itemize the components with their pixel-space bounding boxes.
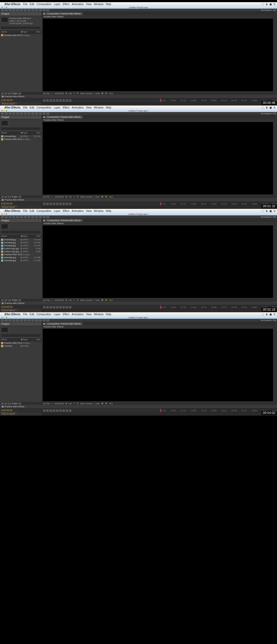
tl-graph-icon[interactable] — [66, 203, 68, 205]
menu-effect[interactable]: Effect — [62, 313, 69, 316]
right-dock-strip[interactable] — [274, 12, 277, 95]
timeline-track-area[interactable] — [42, 412, 277, 416]
shape-tool-icon[interactable] — [24, 9, 27, 11]
fast-preview-icon[interactable]: ⚡ — [105, 402, 107, 405]
project-item-row[interactable]: brickwall.jpgJPEG713 KB — [0, 241, 42, 244]
timeline-ruler[interactable]: 00:15f01:00f01:12f02:00f02:12f03:00f03:1… — [160, 98, 277, 102]
viewer-footer[interactable]: (91.9%) ▭ 0:00:00:00 ◉ Full ▢ ⊞ Active C… — [42, 402, 274, 405]
project-columns-header[interactable]: Name ◉ Type Size — [0, 30, 42, 34]
exposure-value[interactable]: +0.0 — [109, 299, 113, 301]
view-dropdown[interactable]: 1 View — [94, 196, 100, 198]
label-swatch[interactable] — [21, 245, 22, 247]
menu-layer[interactable]: Layer — [54, 209, 60, 212]
menu-view[interactable]: View — [86, 3, 92, 6]
menu-edit[interactable]: Edit — [30, 313, 34, 316]
right-dock-strip[interactable] — [274, 115, 277, 198]
menu-help[interactable]: Help — [105, 106, 111, 109]
bpc-label[interactable]: 8 bpc — [12, 299, 18, 301]
shape-tool-icon[interactable] — [24, 319, 27, 321]
tool-toolbar[interactable]: Workspace: Sta — [0, 215, 277, 219]
zoom-level[interactable]: (91.9%) — [43, 403, 50, 405]
workspace-label[interactable]: Workspace: Sta — [261, 319, 276, 321]
tl-comp-icon[interactable] — [46, 203, 49, 205]
tl-shy-icon[interactable] — [50, 409, 52, 412]
tl-comp-icon[interactable] — [46, 409, 49, 412]
hash-icon[interactable]: ⋕ — [266, 3, 268, 6]
tl-motion-blur-icon[interactable] — [59, 99, 62, 102]
app-name[interactable]: After Effects — [4, 313, 20, 316]
label-swatch[interactable] — [21, 257, 22, 258]
tl-graph-icon[interactable] — [66, 99, 68, 102]
roi-icon[interactable]: ▢ — [73, 402, 75, 405]
tl-draft3d-icon[interactable] — [69, 203, 71, 205]
col-type[interactable]: Type — [23, 235, 32, 237]
timeline-timecode[interactable]: 0:00:00:00 — [0, 409, 42, 412]
right-dock-strip[interactable] — [274, 322, 277, 405]
col-size[interactable]: Size — [32, 338, 41, 341]
project-search-input[interactable] — [1, 127, 41, 130]
tl-frame-blend-icon[interactable] — [56, 409, 58, 412]
tl-shy-icon[interactable] — [50, 99, 52, 102]
project-columns-header[interactable]: Name ◉ Type Size — [0, 234, 42, 238]
pixel-aspect-icon[interactable]: ▦ — [101, 299, 103, 301]
eraser-tool-icon[interactable] — [43, 9, 45, 11]
eraser-tool-icon[interactable] — [43, 319, 45, 321]
exposure-value[interactable]: +0.0 — [109, 196, 113, 198]
comp-tab[interactable]: Composition: Practice After Effects — [45, 116, 83, 119]
menu-view[interactable]: View — [86, 313, 92, 316]
menu-view[interactable]: View — [86, 209, 92, 212]
viewer-footer[interactable]: (91.9%) ▭ 0:00:00:00 ◉ Full ▢ ⊞ Active C… — [42, 299, 274, 301]
puppet-tool-icon[interactable] — [47, 9, 49, 11]
menu-animation[interactable]: Animation — [72, 106, 84, 109]
layer-icon[interactable]: ▦ — [43, 116, 45, 118]
timeline-tab-label[interactable]: Practice After Effects — [4, 405, 24, 408]
tl-brain-icon[interactable] — [62, 306, 65, 308]
timeline-track-area[interactable] — [42, 102, 277, 106]
project-search-input[interactable] — [1, 231, 41, 234]
label-swatch[interactable] — [21, 260, 22, 261]
delete-icon[interactable] — [18, 299, 21, 301]
delete-icon[interactable] — [18, 403, 21, 405]
tl-draft3d-icon[interactable] — [69, 409, 71, 412]
roi-icon[interactable]: ▢ — [73, 196, 75, 198]
speaker-icon[interactable]: ▣ — [269, 3, 272, 6]
composition-viewer[interactable] — [42, 328, 273, 402]
col-label-icon[interactable]: ◉ — [21, 338, 23, 341]
resolution-icon[interactable]: ▭ — [51, 402, 53, 405]
col-name[interactable]: Name — [1, 132, 21, 134]
view-dropdown[interactable]: 1 View — [94, 299, 100, 301]
project-item-row[interactable]: sidewalk.jpgJPEG2.4 MB — [0, 259, 42, 262]
zoom-tool-icon[interactable] — [9, 9, 11, 11]
tl-frame-blend-icon[interactable] — [56, 306, 58, 308]
puppet-tool-icon[interactable] — [47, 113, 49, 115]
hand-tool-icon[interactable] — [5, 319, 8, 321]
tl-search-icon[interactable] — [43, 306, 45, 308]
menu-composition[interactable]: Composition — [37, 209, 52, 212]
project-search-input[interactable] — [1, 334, 41, 337]
menu-edit[interactable]: Edit — [30, 3, 34, 6]
speaker-icon[interactable]: ▣ — [269, 313, 272, 316]
pixel-aspect-icon[interactable]: ▦ — [101, 402, 103, 405]
app-name[interactable]: After Effects — [4, 209, 20, 212]
zoom-level[interactable]: (91.9%) — [43, 196, 50, 198]
menu-file[interactable]: File — [23, 313, 27, 316]
type-tool-icon[interactable] — [31, 113, 34, 115]
tl-search-icon[interactable] — [43, 203, 45, 205]
timecode-display[interactable]: 0:00:00:00 — [55, 196, 64, 198]
snapshot-icon[interactable]: ◉ — [65, 402, 67, 405]
rotate-tool-icon[interactable] — [12, 113, 15, 115]
project-item-row[interactable]: brickwall.jpgJPEG713 KB — [0, 238, 42, 241]
camera-dropdown[interactable]: Active Camera — [80, 403, 93, 405]
new-comp-icon[interactable] — [8, 299, 11, 301]
label-swatch[interactable] — [21, 34, 22, 36]
hash-icon[interactable]: ⋕ — [266, 313, 268, 316]
menu-edit[interactable]: Edit — [30, 106, 34, 109]
layer-icon[interactable]: ▦ — [43, 323, 45, 325]
timeline-ruler[interactable]: 00:15f01:00f01:12f02:00f02:12f03:00f03:1… — [160, 305, 277, 309]
pan-behind-tool-icon[interactable] — [20, 9, 23, 11]
col-name[interactable]: Name — [1, 31, 21, 33]
menu-effect[interactable]: Effect — [62, 3, 69, 6]
eraser-tool-icon[interactable] — [43, 216, 45, 218]
col-size[interactable]: Size — [32, 132, 41, 134]
project-item-row[interactable]: brickwall.jpgJPEG713 KB — [0, 244, 42, 247]
